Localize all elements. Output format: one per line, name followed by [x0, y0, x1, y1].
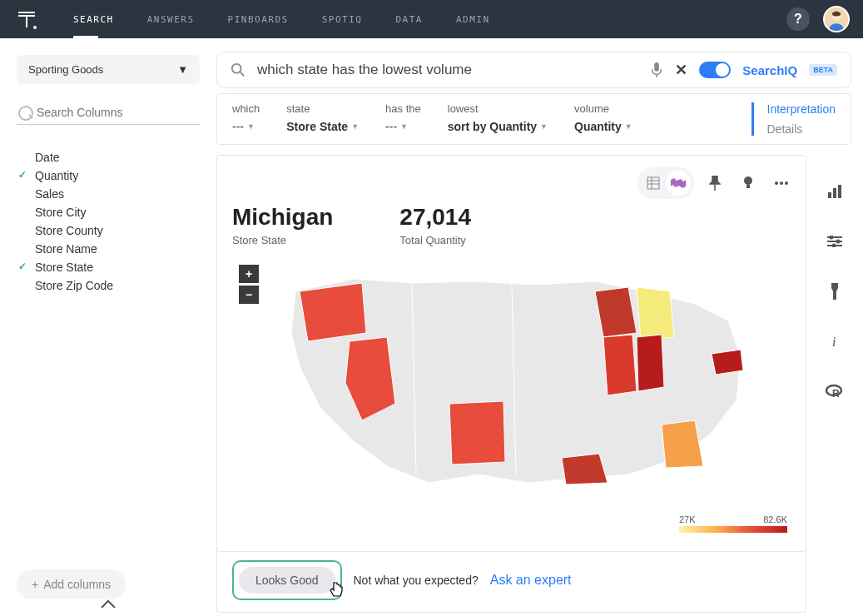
- svg-rect-30: [831, 283, 838, 288]
- info-icon[interactable]: i: [821, 328, 848, 355]
- app-logo[interactable]: [13, 6, 40, 32]
- headline-secondary-value: 27,014: [399, 204, 471, 231]
- help-icon[interactable]: ?: [786, 7, 810, 31]
- headline-secondary-sub: Total Quantity: [399, 234, 471, 246]
- r-icon[interactable]: R: [821, 378, 848, 405]
- interp-value-state[interactable]: Store State▼: [286, 120, 359, 133]
- svg-rect-23: [838, 185, 841, 198]
- looks-good-highlight: Looks Good: [232, 560, 342, 600]
- headline: Michigan Store State 27,014 Total Quanti…: [232, 204, 791, 246]
- lightbulb-icon[interactable]: [736, 171, 761, 196]
- svg-point-18: [785, 181, 788, 185]
- interp-value-lowest[interactable]: sort by Quantity▼: [448, 120, 548, 133]
- map-view-icon[interactable]: [666, 171, 691, 196]
- nav-search[interactable]: SEARCH: [73, 1, 114, 38]
- map-zoom-controls: + −: [239, 265, 259, 304]
- svg-rect-15: [746, 185, 750, 188]
- user-avatar[interactable]: [823, 6, 850, 32]
- search-query-input[interactable]: [257, 62, 638, 78]
- column-store-name[interactable]: Store Name: [35, 240, 200, 258]
- nav-answers[interactable]: ANSWERS: [147, 1, 195, 38]
- dropdown-icon: ▼: [247, 122, 255, 131]
- chevron-down-icon: ▼: [177, 63, 188, 76]
- legend-max: 82.6K: [763, 514, 787, 524]
- column-sales[interactable]: Sales: [35, 185, 200, 203]
- column-store-zip[interactable]: Store Zip Code: [35, 276, 200, 295]
- interp-label-which: which: [232, 102, 260, 115]
- headline-primary-value: Michigan: [232, 204, 333, 231]
- chart-config-icon[interactable]: [821, 178, 848, 205]
- right-rail: i R: [818, 155, 851, 552]
- dropdown-icon: ▼: [625, 122, 632, 131]
- tab-interpretation[interactable]: Interpretation: [767, 102, 836, 116]
- interp-value-hasthe[interactable]: ---▼: [385, 120, 421, 133]
- visualization-panel: Michigan Store State 27,014 Total Quanti…: [216, 155, 806, 552]
- nav-data[interactable]: DATA: [395, 1, 423, 38]
- data-source-label: Sporting Goods: [28, 63, 103, 76]
- zoom-in-button[interactable]: +: [239, 265, 259, 283]
- table-view-icon[interactable]: [641, 171, 666, 196]
- data-source-selector[interactable]: Sporting Goods ▼: [17, 55, 200, 84]
- map-legend: 27K 82.6K: [679, 514, 787, 533]
- interp-value-which[interactable]: ---▼: [232, 120, 260, 133]
- cursor-hand-icon: [327, 581, 345, 604]
- microphone-icon[interactable]: [650, 62, 663, 78]
- more-icon[interactable]: [769, 171, 794, 196]
- svg-rect-22: [833, 188, 836, 198]
- column-store-city[interactable]: Store City: [35, 203, 200, 221]
- zoom-out-button[interactable]: −: [239, 286, 259, 304]
- legend-min: 27K: [679, 514, 696, 524]
- svg-rect-10: [647, 177, 659, 189]
- legend-gradient: [679, 526, 787, 533]
- svg-point-6: [232, 64, 241, 73]
- interp-label-volume: volume: [574, 102, 632, 115]
- nav-spotiq[interactable]: SPOTIQ: [322, 1, 363, 38]
- tab-details[interactable]: Details: [767, 122, 836, 136]
- sidebar: Sporting Goods ▼ Date Quantity Sales Sto…: [0, 38, 216, 616]
- svg-line-7: [241, 72, 245, 77]
- plus-icon: +: [32, 578, 38, 591]
- map-area[interactable]: + −: [232, 258, 791, 536]
- add-columns-label: Add columns: [43, 578, 111, 591]
- flashlight-icon[interactable]: [821, 278, 848, 305]
- svg-point-29: [832, 244, 836, 248]
- interp-label-hasthe: has the: [385, 102, 421, 115]
- nav-right: ?: [786, 6, 850, 32]
- nav-pinboards[interactable]: PINBOARDS: [228, 1, 289, 38]
- column-list: Date Quantity Sales Store City Store Cou…: [17, 148, 200, 295]
- search-bar: ✕ SearchIQ BETA: [216, 52, 851, 88]
- pin-icon[interactable]: [702, 171, 727, 196]
- looks-good-button[interactable]: Looks Good: [239, 567, 335, 594]
- svg-point-25: [830, 236, 834, 240]
- column-store-state[interactable]: Store State: [35, 258, 200, 276]
- add-columns-button[interactable]: + Add columns: [17, 569, 126, 599]
- svg-point-27: [836, 240, 841, 244]
- headline-primary-sub: Store State: [232, 234, 333, 246]
- interp-value-volume[interactable]: Quantity▼: [574, 120, 632, 133]
- search-icon: [231, 62, 246, 77]
- dropdown-icon: ▼: [400, 122, 408, 131]
- svg-rect-8: [655, 62, 659, 72]
- nav-admin[interactable]: ADMIN: [456, 1, 490, 38]
- sidebar-collapse-handle[interactable]: [100, 598, 117, 613]
- footer-question: Not what you expected?: [354, 574, 479, 587]
- ask-expert-link[interactable]: Ask an expert: [490, 573, 572, 588]
- top-nav: SEARCH ANSWERS PINBOARDS SPOTIQ DATA ADM…: [0, 0, 863, 38]
- svg-point-16: [775, 181, 778, 185]
- interp-label-state: state: [286, 102, 359, 115]
- settings-sliders-icon[interactable]: [821, 228, 848, 255]
- searchiq-toggle[interactable]: [699, 62, 731, 78]
- dropdown-icon: ▼: [351, 122, 359, 131]
- column-quantity[interactable]: Quantity: [35, 166, 200, 185]
- dropdown-icon: ▼: [540, 122, 548, 131]
- clear-search-icon[interactable]: ✕: [675, 61, 687, 79]
- search-columns-input[interactable]: [17, 101, 200, 125]
- svg-rect-21: [828, 192, 831, 198]
- svg-text:R: R: [832, 388, 840, 399]
- viz-toolbar: [637, 167, 794, 199]
- column-date[interactable]: Date: [35, 148, 200, 166]
- interp-label-lowest: lowest: [448, 102, 548, 115]
- searchiq-label: SearchIQ: [742, 63, 797, 77]
- column-store-county[interactable]: Store County: [35, 221, 200, 240]
- choropleth-map[interactable]: [262, 258, 761, 491]
